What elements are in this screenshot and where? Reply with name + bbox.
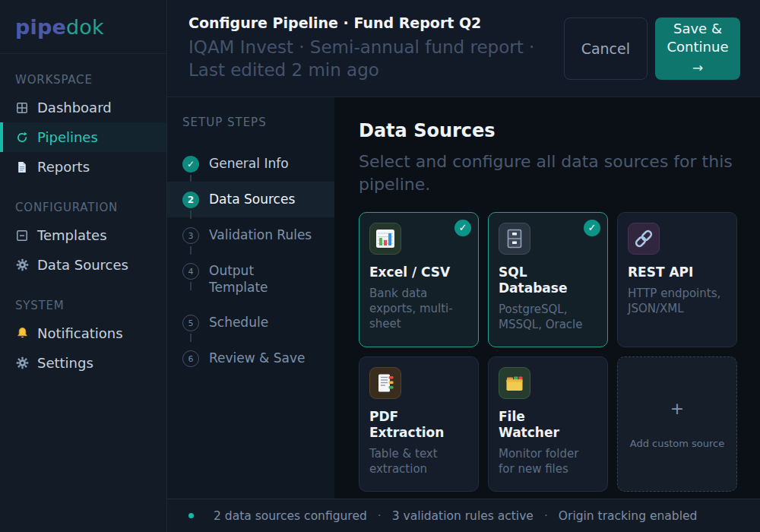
pdf-extraction-icon <box>369 367 401 399</box>
step-output-template[interactable]: 4 Output Template <box>167 253 334 305</box>
main-area: Configure Pipeline · Fund Report Q2 IQAM… <box>167 0 760 532</box>
status-origin-tracking: Origin tracking enabled <box>559 509 698 523</box>
status-validation-rules: 3 validation rules active <box>392 509 534 523</box>
sidebar-item-pipelines[interactable]: Pipelines <box>0 122 166 152</box>
dashboard-icon <box>15 102 29 114</box>
sidebar-item-label: Reports <box>37 159 90 175</box>
sidebar-item-label: Settings <box>37 355 93 371</box>
sidebar-section-system: SYSTEM <box>15 299 151 312</box>
app-logo: pipedok <box>0 0 166 54</box>
sidebar-item-reports[interactable]: Reports <box>0 152 166 182</box>
sql-database-icon <box>499 223 530 255</box>
gear-icon <box>15 356 29 369</box>
step-number-badge: 4 <box>182 263 199 280</box>
step-schedule[interactable]: 5 Schedule <box>167 305 334 340</box>
sidebar-item-settings[interactable]: Settings <box>0 348 166 378</box>
bell-icon <box>15 327 29 340</box>
source-card-rest-api[interactable]: REST API HTTP endpoints, JSON/XML <box>617 212 737 347</box>
logo-text-dok: dok <box>66 15 104 39</box>
page-title: Configure Pipeline · Fund Report Q2 <box>188 14 553 31</box>
pipelines-icon <box>15 131 29 144</box>
sidebar-section-workspace: WORKSPACE <box>15 73 151 87</box>
logo-text-pipe: pipe <box>15 15 66 39</box>
selected-check-icon: ✓ <box>584 220 600 236</box>
step-data-sources[interactable]: 2 Data Sources <box>167 182 334 217</box>
source-card-pdf-extraction[interactable]: PDF Extraction Table & text extraction <box>359 356 479 492</box>
status-sources-configured: 2 data sources configured <box>214 509 367 523</box>
step-number-badge: 5 <box>182 315 199 331</box>
sidebar-item-label: Dashboard <box>37 100 112 116</box>
templates-icon <box>15 230 29 242</box>
sidebar-item-notifications[interactable]: Notifications <box>0 318 166 348</box>
arrow-right-icon: → <box>692 59 703 77</box>
source-card-file-watcher[interactable]: File Watcher Monitor folder for new file… <box>488 356 608 492</box>
sidebar-section-configuration: CONFIGURATION <box>15 201 151 214</box>
step-number-badge: 3 <box>182 227 199 244</box>
excel-csv-icon <box>369 223 401 255</box>
setup-steps-title: SETUP STEPS <box>167 116 334 129</box>
step-review-save[interactable]: 6 Review & Save <box>167 340 334 376</box>
sidebar-item-data-sources[interactable]: Data Sources <box>0 250 166 280</box>
step-general-info[interactable]: ✓ General Info <box>167 146 334 182</box>
app-window: pipedok WORKSPACE Dashboard Pipelines <box>0 0 760 532</box>
source-card-sql-database[interactable]: ✓ SQL Database PostgreSQL, MSSQL, Oracle <box>488 212 608 347</box>
selected-check-icon: ✓ <box>454 220 471 236</box>
add-custom-source-label: Add custom source <box>630 438 724 449</box>
save-continue-button[interactable]: Save & Continue → <box>655 17 740 80</box>
header-actions: Cancel Save & Continue → <box>564 17 740 80</box>
setup-steps-panel: SETUP STEPS ✓ General Info 2 Data Source… <box>167 97 334 499</box>
status-dot-icon <box>188 513 194 518</box>
step-number-badge: 6 <box>182 350 199 367</box>
cancel-button[interactable]: Cancel <box>564 17 648 80</box>
step-number-badge: 2 <box>182 192 199 208</box>
source-card-excel-csv[interactable]: ✓ Excel / CSV Bank data exports, mu <box>359 212 479 347</box>
status-separator: · <box>544 509 548 523</box>
step-validation-rules[interactable]: 3 Validation Rules <box>167 217 334 253</box>
page-subtitle: IQAM Invest · Semi-annual fund report · … <box>188 36 553 82</box>
panel-subtitle: Select and configure all data sources fo… <box>359 150 737 197</box>
sidebar-item-label: Pipelines <box>37 129 98 145</box>
sidebar-item-templates[interactable]: Templates <box>0 220 166 250</box>
data-sources-panel: Data Sources Select and configure all da… <box>334 97 760 499</box>
gear-icon <box>15 258 29 271</box>
page-header: Configure Pipeline · Fund Report Q2 IQAM… <box>167 0 760 97</box>
sidebar-item-label: Templates <box>37 227 107 243</box>
sidebar-item-label: Notifications <box>37 325 123 341</box>
rest-api-icon <box>628 223 660 255</box>
sidebar: pipedok WORKSPACE Dashboard Pipelines <box>0 0 167 532</box>
plus-icon: + <box>670 399 684 418</box>
sidebar-item-label: Data Sources <box>37 257 128 273</box>
sidebar-item-dashboard[interactable]: Dashboard <box>0 93 166 122</box>
reports-icon <box>15 161 29 173</box>
status-separator: · <box>378 509 382 523</box>
status-bar: 2 data sources configured · 3 validation… <box>167 499 760 532</box>
panel-title: Data Sources <box>359 120 737 141</box>
add-custom-source-button[interactable]: + Add custom source <box>617 356 737 492</box>
step-done-check-icon: ✓ <box>182 156 199 173</box>
file-watcher-icon <box>499 367 530 399</box>
save-continue-label: Save & Continue <box>655 20 740 57</box>
source-cards-grid: ✓ Excel / CSV Bank data exports, mu <box>359 212 737 492</box>
